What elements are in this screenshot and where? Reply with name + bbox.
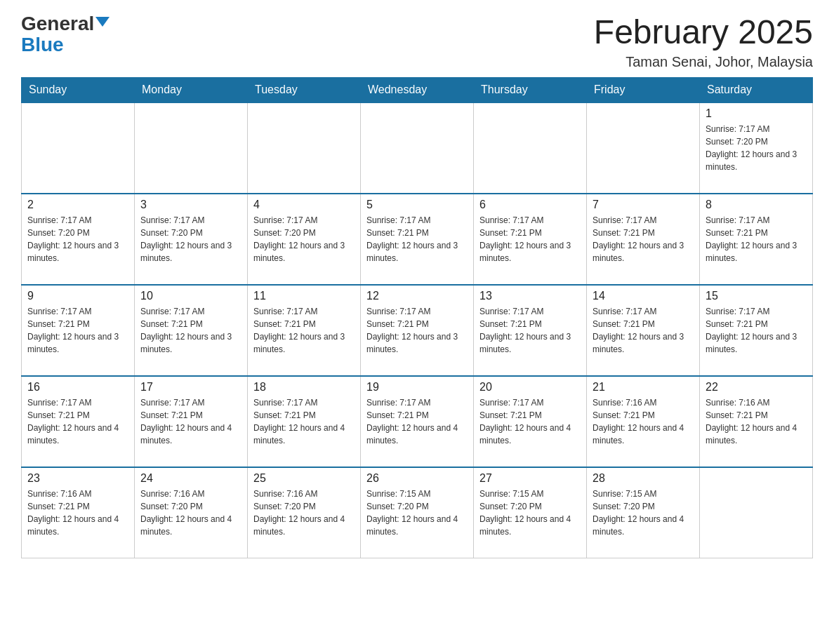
day-info: Sunrise: 7:17 AM Sunset: 7:20 PM Dayligh… <box>140 214 241 264</box>
day-number: 12 <box>366 290 468 302</box>
day-info: Sunrise: 7:17 AM Sunset: 7:21 PM Dayligh… <box>366 214 468 264</box>
calendar-cell: 9Sunrise: 7:17 AM Sunset: 7:21 PM Daylig… <box>22 285 135 376</box>
calendar-cell <box>587 102 700 194</box>
day-number: 15 <box>706 290 807 302</box>
location: Taman Senai, Johor, Malaysia <box>594 54 813 70</box>
calendar-cell: 25Sunrise: 7:16 AM Sunset: 7:20 PM Dayli… <box>248 467 361 558</box>
weekday-header-tuesday: Tuesday <box>248 77 361 102</box>
day-info: Sunrise: 7:17 AM Sunset: 7:21 PM Dayligh… <box>140 396 241 447</box>
day-info: Sunrise: 7:16 AM Sunset: 7:20 PM Dayligh… <box>140 488 241 538</box>
calendar-cell: 22Sunrise: 7:16 AM Sunset: 7:21 PM Dayli… <box>700 376 813 467</box>
calendar-cell <box>474 102 587 194</box>
day-number: 23 <box>27 472 128 485</box>
calendar-cell <box>135 102 248 194</box>
calendar-cell: 13Sunrise: 7:17 AM Sunset: 7:21 PM Dayli… <box>474 285 587 376</box>
day-info: Sunrise: 7:16 AM Sunset: 7:21 PM Dayligh… <box>706 396 807 447</box>
day-info: Sunrise: 7:17 AM Sunset: 7:21 PM Dayligh… <box>593 214 694 264</box>
day-number: 28 <box>593 472 694 485</box>
calendar-cell: 27Sunrise: 7:15 AM Sunset: 7:20 PM Dayli… <box>474 467 587 558</box>
calendar-cell: 3Sunrise: 7:17 AM Sunset: 7:20 PM Daylig… <box>135 194 248 285</box>
calendar-cell: 5Sunrise: 7:17 AM Sunset: 7:21 PM Daylig… <box>361 194 474 285</box>
calendar-cell: 8Sunrise: 7:17 AM Sunset: 7:21 PM Daylig… <box>700 194 813 285</box>
day-info: Sunrise: 7:17 AM Sunset: 7:21 PM Dayligh… <box>27 396 128 447</box>
day-number: 5 <box>366 199 468 211</box>
calendar-cell <box>248 102 361 194</box>
calendar-cell: 18Sunrise: 7:17 AM Sunset: 7:21 PM Dayli… <box>248 376 361 467</box>
day-number: 3 <box>140 199 241 211</box>
day-number: 16 <box>27 381 128 394</box>
calendar-week-row: 16Sunrise: 7:17 AM Sunset: 7:21 PM Dayli… <box>22 376 813 467</box>
logo-triangle-icon <box>95 17 110 27</box>
calendar-cell <box>22 102 135 194</box>
calendar-cell: 6Sunrise: 7:17 AM Sunset: 7:21 PM Daylig… <box>474 194 587 285</box>
calendar-cell: 12Sunrise: 7:17 AM Sunset: 7:21 PM Dayli… <box>361 285 474 376</box>
day-info: Sunrise: 7:17 AM Sunset: 7:21 PM Dayligh… <box>366 305 468 356</box>
day-info: Sunrise: 7:17 AM Sunset: 7:20 PM Dayligh… <box>253 214 355 264</box>
day-number: 25 <box>253 472 355 485</box>
calendar-week-row: 1Sunrise: 7:17 AM Sunset: 7:20 PM Daylig… <box>22 102 813 194</box>
calendar-cell: 7Sunrise: 7:17 AM Sunset: 7:21 PM Daylig… <box>587 194 700 285</box>
calendar-cell: 24Sunrise: 7:16 AM Sunset: 7:20 PM Dayli… <box>135 467 248 558</box>
calendar-cell: 16Sunrise: 7:17 AM Sunset: 7:21 PM Dayli… <box>22 376 135 467</box>
day-number: 6 <box>479 199 581 211</box>
day-info: Sunrise: 7:17 AM Sunset: 7:21 PM Dayligh… <box>140 305 241 356</box>
weekday-header-wednesday: Wednesday <box>361 77 474 102</box>
month-title: February 2025 <box>594 14 813 51</box>
day-info: Sunrise: 7:17 AM Sunset: 7:21 PM Dayligh… <box>706 214 807 264</box>
day-number: 19 <box>366 381 468 394</box>
title-area: February 2025 Taman Senai, Johor, Malays… <box>594 14 813 70</box>
day-info: Sunrise: 7:16 AM Sunset: 7:21 PM Dayligh… <box>27 488 128 538</box>
day-info: Sunrise: 7:16 AM Sunset: 7:20 PM Dayligh… <box>253 488 355 538</box>
page-header: General Blue February 2025 Taman Senai, … <box>21 14 813 70</box>
day-number: 8 <box>706 199 807 211</box>
day-info: Sunrise: 7:17 AM Sunset: 7:21 PM Dayligh… <box>479 214 581 264</box>
calendar-cell: 4Sunrise: 7:17 AM Sunset: 7:20 PM Daylig… <box>248 194 361 285</box>
logo-blue: Blue <box>21 35 64 55</box>
day-info: Sunrise: 7:17 AM Sunset: 7:21 PM Dayligh… <box>706 305 807 356</box>
calendar-week-row: 23Sunrise: 7:16 AM Sunset: 7:21 PM Dayli… <box>22 467 813 558</box>
calendar-cell: 10Sunrise: 7:17 AM Sunset: 7:21 PM Dayli… <box>135 285 248 376</box>
calendar-cell: 28Sunrise: 7:15 AM Sunset: 7:20 PM Dayli… <box>587 467 700 558</box>
weekday-header-row: SundayMondayTuesdayWednesdayThursdayFrid… <box>22 77 813 102</box>
weekday-header-thursday: Thursday <box>474 77 587 102</box>
day-number: 18 <box>253 381 355 394</box>
day-info: Sunrise: 7:17 AM Sunset: 7:21 PM Dayligh… <box>366 396 468 447</box>
logo-general: General <box>21 14 94 34</box>
weekday-header-saturday: Saturday <box>700 77 813 102</box>
day-number: 17 <box>140 381 241 394</box>
calendar-cell: 20Sunrise: 7:17 AM Sunset: 7:21 PM Dayli… <box>474 376 587 467</box>
day-info: Sunrise: 7:17 AM Sunset: 7:21 PM Dayligh… <box>253 396 355 447</box>
day-info: Sunrise: 7:16 AM Sunset: 7:21 PM Dayligh… <box>593 396 694 447</box>
day-number: 24 <box>140 472 241 485</box>
day-number: 21 <box>593 381 694 394</box>
day-number: 4 <box>253 199 355 211</box>
day-number: 1 <box>706 107 807 120</box>
day-number: 7 <box>593 199 694 211</box>
day-info: Sunrise: 7:17 AM Sunset: 7:20 PM Dayligh… <box>27 214 128 264</box>
calendar-cell <box>700 467 813 558</box>
calendar-cell <box>361 102 474 194</box>
day-number: 22 <box>706 381 807 394</box>
day-number: 2 <box>27 199 128 211</box>
day-info: Sunrise: 7:17 AM Sunset: 7:21 PM Dayligh… <box>253 305 355 356</box>
day-info: Sunrise: 7:17 AM Sunset: 7:21 PM Dayligh… <box>27 305 128 356</box>
weekday-header-monday: Monday <box>135 77 248 102</box>
day-number: 13 <box>479 290 581 302</box>
day-info: Sunrise: 7:15 AM Sunset: 7:20 PM Dayligh… <box>479 488 581 538</box>
calendar-cell: 26Sunrise: 7:15 AM Sunset: 7:20 PM Dayli… <box>361 467 474 558</box>
weekday-header-sunday: Sunday <box>22 77 135 102</box>
calendar-week-row: 9Sunrise: 7:17 AM Sunset: 7:21 PM Daylig… <box>22 285 813 376</box>
day-number: 9 <box>27 290 128 302</box>
day-info: Sunrise: 7:17 AM Sunset: 7:20 PM Dayligh… <box>706 123 807 173</box>
day-number: 14 <box>593 290 694 302</box>
day-info: Sunrise: 7:15 AM Sunset: 7:20 PM Dayligh… <box>593 488 694 538</box>
day-number: 27 <box>479 472 581 485</box>
calendar-cell: 14Sunrise: 7:17 AM Sunset: 7:21 PM Dayli… <box>587 285 700 376</box>
calendar-table: SundayMondayTuesdayWednesdayThursdayFrid… <box>21 77 813 559</box>
weekday-header-friday: Friday <box>587 77 700 102</box>
day-info: Sunrise: 7:15 AM Sunset: 7:20 PM Dayligh… <box>366 488 468 538</box>
calendar-cell: 17Sunrise: 7:17 AM Sunset: 7:21 PM Dayli… <box>135 376 248 467</box>
calendar-week-row: 2Sunrise: 7:17 AM Sunset: 7:20 PM Daylig… <box>22 194 813 285</box>
calendar-cell: 23Sunrise: 7:16 AM Sunset: 7:21 PM Dayli… <box>22 467 135 558</box>
calendar-cell: 2Sunrise: 7:17 AM Sunset: 7:20 PM Daylig… <box>22 194 135 285</box>
